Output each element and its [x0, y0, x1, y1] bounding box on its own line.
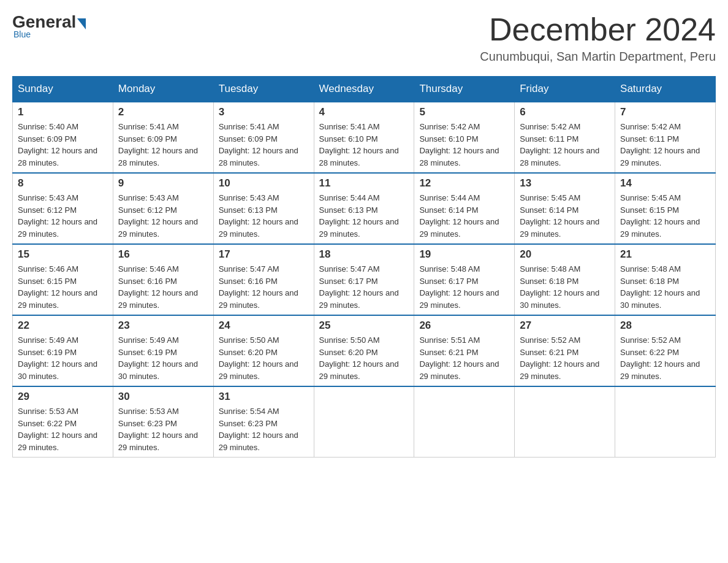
day-cell-21: 21 Sunrise: 5:48 AM Sunset: 6:18 PM Dayl… — [615, 244, 716, 315]
title-area: December 2024 Cunumbuqui, San Martin Dep… — [480, 12, 716, 64]
day-cell-10: 10 Sunrise: 5:43 AM Sunset: 6:13 PM Dayl… — [213, 173, 314, 244]
day-number: 14 — [620, 177, 710, 190]
day-info: Sunrise: 5:51 AM Sunset: 6:21 PM Dayligh… — [419, 334, 509, 382]
week-row-3: 15 Sunrise: 5:46 AM Sunset: 6:15 PM Dayl… — [13, 244, 716, 315]
day-cell-22: 22 Sunrise: 5:49 AM Sunset: 6:19 PM Dayl… — [13, 315, 113, 386]
day-info: Sunrise: 5:52 AM Sunset: 6:21 PM Dayligh… — [520, 334, 610, 382]
day-number: 21 — [620, 248, 710, 261]
day-cell-2: 2 Sunrise: 5:41 AM Sunset: 6:09 PM Dayli… — [113, 102, 213, 173]
day-number: 30 — [118, 391, 208, 403]
calendar-table: SundayMondayTuesdayWednesdayThursdayFrid… — [12, 76, 716, 458]
day-info: Sunrise: 5:53 AM Sunset: 6:23 PM Dayligh… — [118, 405, 208, 453]
day-cell-25: 25 Sunrise: 5:50 AM Sunset: 6:20 PM Dayl… — [314, 315, 414, 386]
day-info: Sunrise: 5:47 AM Sunset: 6:17 PM Dayligh… — [319, 263, 409, 311]
empty-cell — [414, 386, 515, 458]
week-row-1: 1 Sunrise: 5:40 AM Sunset: 6:09 PM Dayli… — [13, 102, 716, 173]
day-info: Sunrise: 5:48 AM Sunset: 6:17 PM Dayligh… — [419, 263, 509, 311]
day-info: Sunrise: 5:48 AM Sunset: 6:18 PM Dayligh… — [520, 263, 610, 311]
day-number: 8 — [18, 177, 108, 190]
header-tuesday: Tuesday — [213, 77, 314, 102]
day-number: 20 — [520, 248, 610, 261]
day-number: 13 — [520, 177, 610, 190]
week-row-2: 8 Sunrise: 5:43 AM Sunset: 6:12 PM Dayli… — [13, 173, 716, 244]
day-number: 9 — [118, 177, 208, 190]
day-number: 3 — [219, 106, 309, 118]
logo-arrow-icon — [77, 18, 86, 29]
day-info: Sunrise: 5:45 AM Sunset: 6:15 PM Dayligh… — [620, 192, 710, 240]
day-cell-18: 18 Sunrise: 5:47 AM Sunset: 6:17 PM Dayl… — [314, 244, 414, 315]
day-cell-4: 4 Sunrise: 5:41 AM Sunset: 6:10 PM Dayli… — [314, 102, 414, 173]
day-cell-29: 29 Sunrise: 5:53 AM Sunset: 6:22 PM Dayl… — [13, 386, 113, 458]
day-cell-19: 19 Sunrise: 5:48 AM Sunset: 6:17 PM Dayl… — [414, 244, 515, 315]
day-cell-27: 27 Sunrise: 5:52 AM Sunset: 6:21 PM Dayl… — [515, 315, 615, 386]
day-cell-26: 26 Sunrise: 5:51 AM Sunset: 6:21 PM Dayl… — [414, 315, 515, 386]
day-info: Sunrise: 5:44 AM Sunset: 6:14 PM Dayligh… — [419, 192, 509, 240]
day-cell-12: 12 Sunrise: 5:44 AM Sunset: 6:14 PM Dayl… — [414, 173, 515, 244]
empty-cell — [314, 386, 414, 458]
week-row-4: 22 Sunrise: 5:49 AM Sunset: 6:19 PM Dayl… — [13, 315, 716, 386]
day-info: Sunrise: 5:40 AM Sunset: 6:09 PM Dayligh… — [18, 121, 108, 169]
day-cell-14: 14 Sunrise: 5:45 AM Sunset: 6:15 PM Dayl… — [615, 173, 716, 244]
day-info: Sunrise: 5:50 AM Sunset: 6:20 PM Dayligh… — [319, 334, 409, 382]
day-info: Sunrise: 5:47 AM Sunset: 6:16 PM Dayligh… — [219, 263, 309, 311]
day-cell-9: 9 Sunrise: 5:43 AM Sunset: 6:12 PM Dayli… — [113, 173, 213, 244]
day-cell-5: 5 Sunrise: 5:42 AM Sunset: 6:10 PM Dayli… — [414, 102, 515, 173]
day-number: 22 — [18, 320, 108, 332]
logo: General Blue — [12, 12, 87, 39]
day-number: 16 — [118, 248, 208, 261]
day-info: Sunrise: 5:41 AM Sunset: 6:10 PM Dayligh… — [319, 121, 409, 169]
week-row-5: 29 Sunrise: 5:53 AM Sunset: 6:22 PM Dayl… — [13, 386, 716, 458]
day-number: 24 — [219, 320, 309, 332]
header-saturday: Saturday — [615, 77, 716, 102]
month-title: December 2024 — [480, 12, 716, 47]
day-number: 29 — [18, 391, 108, 403]
header-sunday: Sunday — [13, 77, 113, 102]
day-cell-24: 24 Sunrise: 5:50 AM Sunset: 6:20 PM Dayl… — [213, 315, 314, 386]
day-cell-1: 1 Sunrise: 5:40 AM Sunset: 6:09 PM Dayli… — [13, 102, 113, 173]
day-cell-13: 13 Sunrise: 5:45 AM Sunset: 6:14 PM Dayl… — [515, 173, 615, 244]
day-info: Sunrise: 5:46 AM Sunset: 6:16 PM Dayligh… — [118, 263, 208, 311]
day-number: 15 — [18, 248, 108, 261]
day-info: Sunrise: 5:54 AM Sunset: 6:23 PM Dayligh… — [219, 405, 309, 453]
day-info: Sunrise: 5:50 AM Sunset: 6:20 PM Dayligh… — [219, 334, 309, 382]
calendar-header-row: SundayMondayTuesdayWednesdayThursdayFrid… — [13, 77, 716, 102]
location: Cunumbuqui, San Martin Department, Peru — [480, 50, 716, 64]
day-number: 10 — [219, 177, 309, 190]
day-info: Sunrise: 5:41 AM Sunset: 6:09 PM Dayligh… — [219, 121, 309, 169]
page-header: General Blue December 2024 Cunumbuqui, S… — [12, 12, 716, 64]
day-number: 12 — [419, 177, 509, 190]
day-info: Sunrise: 5:42 AM Sunset: 6:11 PM Dayligh… — [520, 121, 610, 169]
day-cell-3: 3 Sunrise: 5:41 AM Sunset: 6:09 PM Dayli… — [213, 102, 314, 173]
day-number: 28 — [620, 320, 710, 332]
day-number: 27 — [520, 320, 610, 332]
day-cell-28: 28 Sunrise: 5:52 AM Sunset: 6:22 PM Dayl… — [615, 315, 716, 386]
day-info: Sunrise: 5:43 AM Sunset: 6:13 PM Dayligh… — [219, 192, 309, 240]
day-info: Sunrise: 5:46 AM Sunset: 6:15 PM Dayligh… — [18, 263, 108, 311]
day-number: 7 — [620, 106, 710, 118]
day-cell-30: 30 Sunrise: 5:53 AM Sunset: 6:23 PM Dayl… — [113, 386, 213, 458]
empty-cell — [515, 386, 615, 458]
day-cell-20: 20 Sunrise: 5:48 AM Sunset: 6:18 PM Dayl… — [515, 244, 615, 315]
day-number: 18 — [319, 248, 409, 261]
day-cell-15: 15 Sunrise: 5:46 AM Sunset: 6:15 PM Dayl… — [13, 244, 113, 315]
header-wednesday: Wednesday — [314, 77, 414, 102]
day-number: 23 — [118, 320, 208, 332]
day-number: 19 — [419, 248, 509, 261]
day-info: Sunrise: 5:45 AM Sunset: 6:14 PM Dayligh… — [520, 192, 610, 240]
day-number: 6 — [520, 106, 610, 118]
day-info: Sunrise: 5:52 AM Sunset: 6:22 PM Dayligh… — [620, 334, 710, 382]
header-monday: Monday — [113, 77, 213, 102]
day-number: 1 — [18, 106, 108, 118]
header-thursday: Thursday — [414, 77, 515, 102]
day-cell-11: 11 Sunrise: 5:44 AM Sunset: 6:13 PM Dayl… — [314, 173, 414, 244]
header-friday: Friday — [515, 77, 615, 102]
day-info: Sunrise: 5:41 AM Sunset: 6:09 PM Dayligh… — [118, 121, 208, 169]
day-number: 11 — [319, 177, 409, 190]
day-number: 31 — [219, 391, 309, 403]
day-cell-6: 6 Sunrise: 5:42 AM Sunset: 6:11 PM Dayli… — [515, 102, 615, 173]
day-info: Sunrise: 5:44 AM Sunset: 6:13 PM Dayligh… — [319, 192, 409, 240]
day-info: Sunrise: 5:53 AM Sunset: 6:22 PM Dayligh… — [18, 405, 108, 453]
empty-cell — [615, 386, 716, 458]
logo-underline: Blue — [13, 29, 31, 39]
day-number: 26 — [419, 320, 509, 332]
